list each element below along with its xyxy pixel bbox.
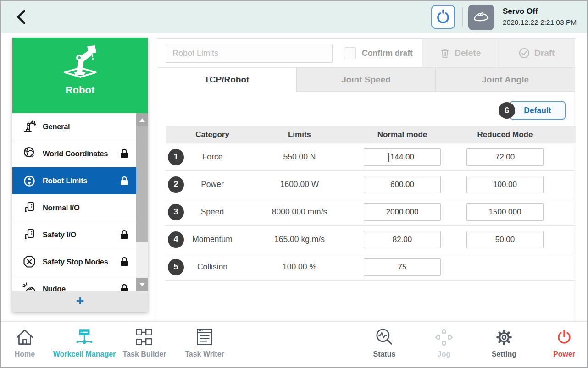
row-number-badge: 3 bbox=[168, 204, 184, 220]
teach-pendant-screen: Servo Off 2020.12.22 2:21:03 PM Robot bbox=[0, 0, 588, 368]
sidebar-item-label: Safety I/O bbox=[43, 231, 76, 239]
limits-tabs: TCP/Robot Joint Speed Joint Angle bbox=[157, 68, 575, 92]
gear-icon bbox=[494, 325, 515, 349]
reduced-mode-input[interactable] bbox=[466, 148, 544, 166]
limit-cell: 100.00 % bbox=[241, 262, 358, 272]
table-row-power: 2 Power 1600.00 W bbox=[166, 171, 576, 198]
nav-power[interactable]: Power bbox=[525, 325, 588, 358]
tab-joint-speed[interactable]: Joint Speed bbox=[296, 68, 436, 92]
normal-mode-input[interactable] bbox=[364, 258, 441, 276]
item-name-input[interactable] bbox=[166, 44, 333, 63]
limit-cell: 8000.000 mm/s bbox=[241, 207, 358, 217]
nav-label: Power bbox=[553, 350, 575, 358]
row-number-badge: 2 bbox=[168, 176, 184, 193]
default-button[interactable]: Default bbox=[510, 101, 566, 120]
lock-icon bbox=[119, 283, 129, 291]
category-cell: Force bbox=[184, 152, 241, 162]
globe-icon bbox=[22, 147, 37, 160]
add-workcell-item-button[interactable]: + bbox=[12, 291, 148, 312]
jog-dpad-icon bbox=[433, 325, 455, 349]
nav-label: Setting bbox=[492, 350, 516, 358]
table-header-row: Category Limits Normal mode Reduced Mode bbox=[166, 126, 576, 143]
sidebar-title: Robot bbox=[66, 84, 95, 96]
scroll-down-button[interactable] bbox=[136, 278, 148, 291]
task-builder-icon bbox=[134, 325, 155, 349]
hand-icon bbox=[472, 9, 490, 26]
limit-cell: 550.00 N bbox=[241, 152, 358, 162]
sidebar-scrollbar[interactable] bbox=[136, 113, 148, 291]
confirm-draft-checkbox[interactable] bbox=[344, 47, 356, 59]
scroll-up-button[interactable] bbox=[136, 113, 148, 126]
toolbar-actions: Delete Draft bbox=[422, 39, 575, 67]
table-row-speed: 3 Speed 8000.000 mm/s bbox=[166, 198, 576, 226]
hand-guide-indicator[interactable] bbox=[468, 5, 494, 30]
draft-button[interactable]: Draft bbox=[499, 39, 575, 67]
gripper-icon bbox=[434, 8, 452, 26]
sidebar-item-safety-io[interactable]: Safety I/O bbox=[12, 221, 148, 248]
robot-arm-large-icon bbox=[58, 38, 102, 82]
sidebar-item-label: Robot Limits bbox=[43, 176, 87, 185]
robot-limits-panel: Confirm draft Delete bbox=[157, 38, 575, 322]
io-board-icon bbox=[22, 228, 37, 242]
check-circle-icon bbox=[519, 48, 530, 59]
reduced-mode-input[interactable] bbox=[466, 231, 544, 248]
sidebar-item-general[interactable]: General bbox=[12, 113, 148, 140]
sidebar-item-normal-io[interactable]: Normal I/O bbox=[12, 194, 148, 221]
limit-cell: 1600.00 W bbox=[241, 180, 358, 189]
sidebar-menu-list: General World Coordinates bbox=[12, 113, 148, 291]
normal-mode-input[interactable] bbox=[364, 176, 441, 193]
lock-icon bbox=[119, 176, 129, 187]
reduced-mode-input[interactable] bbox=[466, 203, 544, 221]
nav-task-writer[interactable]: Task Writer bbox=[166, 325, 244, 358]
power-icon bbox=[554, 325, 575, 349]
header-category: Category bbox=[184, 130, 241, 139]
normal-mode-input[interactable] bbox=[364, 203, 441, 221]
limit-cell: 165.00 kg.m/s bbox=[241, 235, 358, 244]
sidebar-item-label: Nudge bbox=[43, 285, 66, 291]
back-button[interactable] bbox=[13, 7, 33, 27]
lock-icon bbox=[119, 148, 129, 159]
table-row-force: 1 Force 550.00 N bbox=[166, 143, 576, 171]
sidebar-robot-header[interactable]: Robot bbox=[12, 38, 148, 113]
table-row-collision: 5 Collision 100.00 % bbox=[166, 253, 576, 281]
trash-icon bbox=[440, 48, 450, 59]
callout-badge-6: 6 bbox=[499, 102, 515, 119]
normal-mode-input[interactable] bbox=[364, 231, 441, 248]
scrollbar-thumb[interactable] bbox=[136, 126, 148, 242]
workcell-sidebar: Robot General bbox=[12, 38, 148, 312]
header-normal-mode: Normal mode bbox=[358, 130, 446, 139]
row-number-badge: 4 bbox=[168, 231, 184, 248]
tab-joint-angle[interactable]: Joint Angle bbox=[435, 68, 575, 92]
delete-button[interactable]: Delete bbox=[422, 39, 499, 67]
category-cell: Speed bbox=[184, 207, 241, 217]
sidebar-item-nudge[interactable]: Nudge bbox=[12, 275, 148, 291]
status-monitor-icon bbox=[374, 325, 395, 349]
top-bar: Servo Off 2020.12.22 2:21:03 PM bbox=[1, 1, 587, 33]
home-icon bbox=[14, 325, 35, 349]
sidebar-item-label: Safety Stop Modes bbox=[43, 258, 108, 266]
sidebar-item-safety-stop-modes[interactable]: Safety Stop Modes bbox=[12, 248, 148, 275]
sidebar-item-world-coordinates[interactable]: World Coordinates bbox=[12, 140, 148, 167]
header-reduced-mode: Reduced Mode bbox=[446, 130, 564, 139]
sidebar-item-robot-limits[interactable]: Robot Limits bbox=[12, 167, 148, 194]
sidebar-item-label: General bbox=[43, 122, 70, 131]
sidebar-item-label: Normal I/O bbox=[43, 203, 79, 212]
reduced-mode-input[interactable] bbox=[466, 176, 544, 193]
io-board-icon bbox=[22, 201, 37, 214]
lock-icon bbox=[119, 256, 129, 267]
robot-limits-icon bbox=[22, 174, 37, 188]
gripper-tool-button[interactable] bbox=[431, 5, 455, 29]
tab-tcp-robot[interactable]: TCP/Robot bbox=[157, 68, 296, 92]
bottom-navigation: Home Workcell Manager bbox=[1, 321, 587, 367]
normal-mode-input[interactable] bbox=[364, 148, 441, 166]
nav-label: Status bbox=[373, 350, 396, 358]
servo-status-text: Servo Off bbox=[503, 7, 577, 16]
topbar-divider bbox=[462, 7, 463, 27]
confirm-draft-label: Confirm draft bbox=[362, 49, 413, 58]
servo-timestamp: 2020.12.22 2:21:03 PM bbox=[503, 18, 577, 27]
nav-label: Task Writer bbox=[185, 350, 224, 358]
stop-octagon-x-icon bbox=[22, 255, 37, 269]
plus-icon: + bbox=[76, 294, 84, 308]
panel-toolbar: Confirm draft Delete bbox=[157, 39, 575, 68]
category-cell: Collision bbox=[184, 262, 241, 272]
